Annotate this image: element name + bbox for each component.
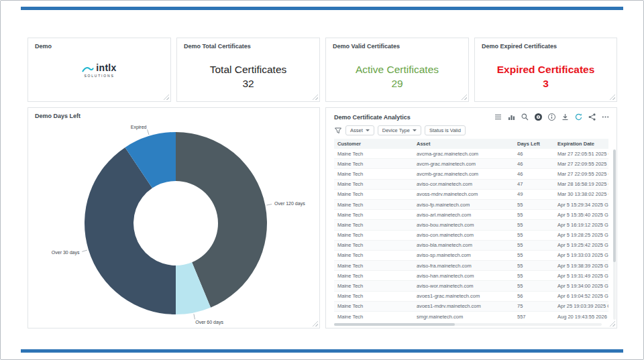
table-cell-asset: aviso-arl.mainetech.com: [413, 212, 514, 218]
card-logo: Demo intlx SOLUTIONS: [28, 38, 171, 102]
horizontal-scrollbar-thumb[interactable]: [334, 323, 455, 326]
column-header-asset[interactable]: Asset: [413, 141, 514, 147]
card-days-left: Demo Days Left Over 120 daysOver 60 days…: [28, 107, 320, 328]
table-cell-days-left: 55: [514, 242, 554, 248]
table-row[interactable]: Maine Techavcmb-grac.mainetech.com46Mar …: [334, 169, 608, 179]
column-header-expiration-date[interactable]: Expiration Date: [554, 141, 608, 147]
donut-label: Over 30 days: [52, 250, 80, 255]
table-row[interactable]: Maine Techaviso-con.mainetech.com55Apr 5…: [334, 231, 608, 241]
horizontal-scrollbar[interactable]: [334, 323, 602, 326]
metric-value: 29: [326, 76, 468, 91]
table-row[interactable]: Maine Techavoes1-mdrv.mainetech.com75Apr…: [334, 302, 608, 312]
resize-handle[interactable]: [609, 94, 615, 100]
table-cell-asset: aviso-fp.mainetech.com: [413, 202, 514, 208]
active-certificates-metric: Active Certificates 29: [326, 62, 468, 91]
top-accent-bar: [21, 7, 623, 10]
table-cell-customer: Maine Tech: [334, 263, 413, 269]
metric-value: 3: [475, 76, 616, 91]
table-row[interactable]: Maine Techaviso-han.mainetech.com55Apr 5…: [334, 271, 608, 281]
table-cell-days-left: 55: [514, 263, 554, 269]
table-cell-days-left: 47: [514, 181, 554, 187]
table-cell-asset: avoes1-mdrv.mainetech.com: [413, 303, 514, 309]
card-valid-certificates: Demo Valid Certificates Active Certifica…: [325, 38, 469, 102]
table-row[interactable]: Maine Techavoss-mdrv.mainetech.com49Mar …: [334, 190, 608, 200]
brand-logo: intlx SOLUTIONS: [28, 38, 170, 101]
table-cell-days-left: 55: [514, 232, 554, 238]
table-cell-customer: Maine Tech: [334, 232, 413, 238]
bar-chart-icon[interactable]: [507, 113, 516, 121]
filter-asset[interactable]: Asset: [345, 125, 374, 135]
table-cell-asset: aviso-con.mainetech.com: [413, 232, 514, 238]
metric-label: Total Certificates: [177, 62, 319, 76]
table-row[interactable]: Maine Techaviso-fp.mainetech.com55Apr 5 …: [334, 200, 608, 210]
table-cell-expiration: Apr 5 15:29:34 2025 GMT: [554, 202, 608, 208]
metric-value: 32: [177, 76, 319, 91]
table-cell-expiration: Apr 5 19:31:49 2025 GMT: [554, 273, 608, 279]
table-cell-asset: aviso-han.mainetech.com: [413, 273, 514, 279]
donut-chart: Over 120 daysOver 60 daysOver 30 daysExp…: [28, 108, 319, 328]
table-row[interactable]: Maine Techaviso-fra.mainetech.com55Apr 5…: [334, 261, 608, 271]
resize-handle[interactable]: [312, 94, 318, 100]
table-cell-days-left: 46: [514, 171, 554, 177]
logo-subtext: SOLUTIONS: [84, 74, 114, 78]
table-row[interactable]: Maine Techavcm-grac.mainetech.com46Mar 2…: [334, 159, 608, 169]
filter-status-valid[interactable]: Status is Valid: [425, 125, 466, 135]
donut-label-line: [148, 129, 149, 135]
table-row[interactable]: Maine Techaviso-bou.mainetech.com55Apr 5…: [334, 220, 608, 230]
share-icon[interactable]: [588, 113, 596, 121]
table-cell-expiration: Mar 27 22:09:55 2025 ...: [554, 161, 608, 167]
donut-label: Expired: [131, 125, 147, 130]
card-title: Demo Certificate Analytics: [334, 114, 411, 121]
table-cell-asset: aviso-bla.mainetech.com: [413, 242, 514, 248]
bottom-accent-bar: [21, 349, 623, 353]
table-cell-days-left: 49: [514, 191, 554, 197]
refresh-icon[interactable]: [574, 113, 583, 121]
table-cell-expiration: Apr 6 19:04:52 2025 GMT: [554, 293, 608, 299]
table-cell-days-left: 56: [514, 293, 554, 299]
table-cell-expiration: Apr 5 16:19:12 2025 GMT: [554, 222, 608, 228]
analytics-toolbar: [494, 113, 610, 121]
table-cell-customer: Maine Tech: [334, 151, 413, 157]
filter-funnel-icon[interactable]: [334, 127, 342, 135]
vertical-scrollbar-thumb[interactable]: [613, 149, 616, 262]
more-icon[interactable]: [601, 113, 610, 121]
table-cell-customer: Maine Tech: [334, 191, 413, 197]
table-cell-asset: smgr.mainetech.com: [413, 314, 514, 320]
logo-swoosh-icon: [82, 66, 94, 73]
list-icon[interactable]: [494, 113, 502, 121]
info-icon[interactable]: [547, 113, 556, 121]
table-cell-customer: Maine Tech: [334, 212, 413, 218]
donut-label: Over 120 days: [274, 201, 305, 206]
card-expired-certificates: Demo Expired Certificates Expired Certif…: [474, 38, 617, 102]
download-icon[interactable]: [561, 113, 570, 121]
resize-handle[interactable]: [609, 320, 615, 326]
column-header-days-left[interactable]: Days Left: [514, 141, 554, 147]
table-row[interactable]: Maine Techaviso-bla.mainetech.com55Apr 5…: [334, 241, 608, 251]
total-certificates-metric: Total Certificates 32: [177, 62, 319, 91]
table-cell-expiration: Apr 5 15:35:40 2025 GMT: [554, 212, 608, 218]
card-total-certificates: Demo Total Certificates Total Certificat…: [176, 38, 320, 102]
table-row[interactable]: Maine Techsmgr.mainetech.com557Aug 20 19…: [334, 312, 608, 320]
table-cell-days-left: 55: [514, 212, 554, 218]
column-header-customer[interactable]: Customer: [334, 141, 413, 147]
vertical-scrollbar[interactable]: [613, 149, 616, 320]
table-cell-expiration: Apr 5 19:38:39 2025 GMT: [554, 263, 608, 269]
table-cell-expiration: Aug 20 19:43:55 2026 G...: [554, 314, 608, 320]
table-cell-days-left: 55: [514, 283, 554, 289]
target-icon[interactable]: [534, 113, 543, 121]
table-row[interactable]: Maine Techaviso-cor.mainetech.com47Mar 2…: [334, 180, 608, 190]
search-icon[interactable]: [521, 113, 529, 121]
table-row[interactable]: Maine Techavoes1-grac.mainetech.com56Apr…: [334, 292, 608, 302]
table-cell-asset: avcmb-grac.mainetech.com: [413, 171, 514, 177]
table-row[interactable]: Maine Techaviso-wor.mainetech.com55Apr 5…: [334, 281, 608, 291]
resize-handle[interactable]: [461, 94, 467, 100]
table-cell-expiration: Mar 30 13:38:02 2025 G...: [554, 191, 608, 197]
table-cell-expiration: Apr 5 19:25:42 2025 GMT: [554, 242, 608, 248]
table-cell-days-left: 46: [514, 161, 554, 167]
table-row[interactable]: Maine Techavcma-grac.mainetech.com46Mar …: [334, 149, 608, 159]
filter-device-type[interactable]: Device Type: [378, 125, 421, 135]
table-row[interactable]: Maine Techaviso-sp.mainetech.com55Apr 5 …: [334, 251, 608, 261]
table-row[interactable]: Maine Techaviso-arl.mainetech.com55Apr 5…: [334, 210, 608, 220]
donut-label-line: [266, 204, 272, 206]
table-cell-days-left: 75: [514, 303, 554, 309]
